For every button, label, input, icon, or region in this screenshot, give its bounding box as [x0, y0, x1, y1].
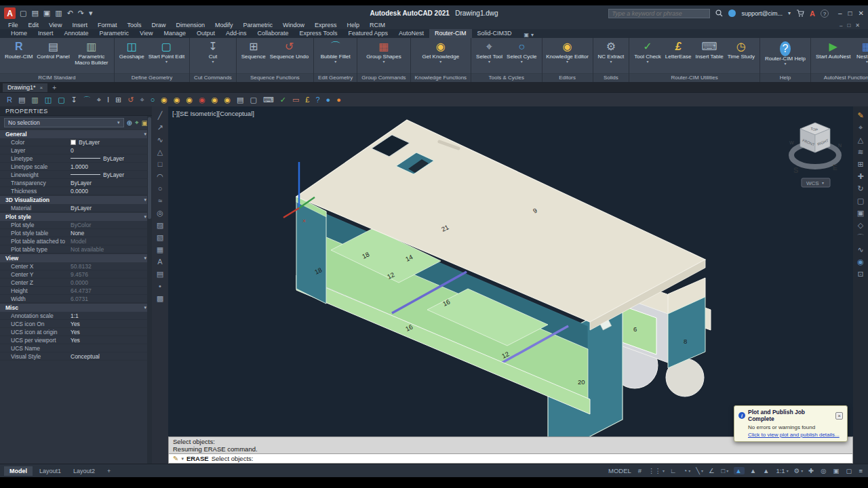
router-cim-help-button[interactable]: ?Router-CIM Help▾ [764, 39, 807, 66]
tab-view[interactable]: View [134, 29, 158, 38]
copy-icon[interactable]: ▢ [857, 197, 864, 205]
object-snap-icon[interactable]: □▾ [721, 468, 728, 474]
property-row[interactable]: TransparencyByLayer [0, 179, 152, 187]
viewcube-east[interactable]: E [833, 164, 837, 171]
letterease-icon[interactable]: I [107, 96, 109, 104]
ribbon-display-icon[interactable]: ▣ [524, 32, 530, 38]
section-header-3d-visualization[interactable]: 3D Visualization▾ [0, 195, 152, 204]
area-icon[interactable]: △ [858, 136, 863, 144]
qat-menu-icon[interactable]: ▾ [89, 9, 93, 18]
knowledge-5-icon[interactable]: ◉ [212, 96, 218, 104]
model-space-button[interactable]: MODEL [608, 468, 633, 474]
new-layout-tab[interactable]: + [102, 466, 116, 476]
parametric-macro-builder-button[interactable]: ▥Parametric Macro Builder [73, 39, 111, 66]
select-tool-icon[interactable]: ⌖ [140, 96, 144, 104]
cut-button[interactable]: ↧Cut▾ [199, 39, 226, 64]
table-tool-icon[interactable]: ▤ [157, 270, 163, 278]
nc-extract-icon[interactable]: ⌨ [263, 96, 274, 104]
menu-item[interactable]: Modify [215, 22, 233, 28]
letter-gold-icon[interactable]: £ [305, 96, 309, 104]
account-name[interactable]: support@cim... [741, 10, 783, 17]
tab-annotate[interactable]: Annotate [59, 29, 94, 38]
property-row[interactable]: UCS icon OnYes [0, 320, 152, 328]
polyline-tool-icon[interactable]: ↗ [157, 124, 163, 131]
redo-icon[interactable]: ↷ [78, 9, 84, 18]
open-file-icon[interactable]: ▤ [31, 9, 38, 18]
knowledge-editor-icon[interactable]: ◉ [224, 96, 231, 104]
blocks-icon[interactable]: ⊞ [857, 161, 863, 168]
region-tool-icon[interactable]: ▩ [157, 295, 163, 302]
property-row[interactable]: Plot table attached toModel [0, 237, 152, 245]
knowledge-2-icon[interactable]: ◉ [174, 96, 180, 104]
pan-icon[interactable]: ◇ [858, 222, 863, 229]
viewcube-south[interactable]: S [793, 166, 798, 174]
eraser-icon[interactable]: ▭ [292, 96, 299, 104]
letterease-button[interactable]: £LetterEase [664, 39, 693, 60]
circle-orange-icon[interactable]: ● [336, 96, 341, 104]
select-cycle-icon[interactable]: ○ [151, 96, 155, 104]
circle-blue-icon[interactable]: ● [326, 96, 331, 104]
menu-item[interactable]: Tools [127, 22, 141, 28]
command-input[interactable]: ✎ ▾ ERASE Select objects: [168, 453, 853, 464]
router-cim-icon[interactable]: R [7, 96, 12, 104]
macro-builder-icon[interactable]: ▥ [31, 96, 38, 104]
drawing-canvas[interactable]: [-][SE Isometric][Conceptual] [168, 106, 853, 464]
undo-icon[interactable]: ↶ [67, 9, 73, 18]
move-icon[interactable]: ✚ [857, 173, 863, 180]
tab-home[interactable]: Home [5, 29, 33, 38]
tab-featured-apps[interactable]: Featured Apps [342, 29, 393, 38]
tab-addins[interactable]: Add-ins [220, 29, 252, 38]
command-pencil-icon[interactable]: ✎ [173, 455, 178, 462]
drill-tool-icon[interactable]: ⌖ [97, 96, 101, 104]
section-header-general[interactable]: General▾ [0, 129, 152, 138]
spline-edit-icon[interactable]: ∿ [857, 246, 863, 253]
panel-doc-icon[interactable]: ▤ [237, 96, 243, 104]
close-tab-icon[interactable]: × [40, 85, 43, 91]
property-row[interactable]: Height64.4737 [0, 287, 152, 295]
bubble-fillet-icon[interactable]: ⌒ [83, 96, 91, 104]
document-tab[interactable]: Drawing1* × [3, 83, 47, 92]
sequence-icon[interactable]: ⊞ [115, 96, 121, 104]
property-row[interactable]: Plot style tableNone [0, 229, 152, 237]
router-cim-button[interactable]: RRouter-CIM [3, 39, 34, 60]
rotate-icon[interactable]: ↻ [857, 185, 863, 192]
viewcube-north[interactable]: N [838, 143, 842, 148]
minimize-button[interactable]: – [838, 9, 842, 17]
layout1-tab[interactable]: Layout1 [34, 466, 66, 476]
brush-tool-icon[interactable]: ✎ [857, 112, 863, 119]
boundary-tool-icon[interactable]: ▦ [157, 246, 163, 253]
rectangle-tool-icon[interactable]: □ [158, 161, 163, 168]
properties-panel-header[interactable]: PROPERTIES [0, 106, 152, 116]
close-button[interactable]: ✕ [859, 9, 864, 17]
plot-icon[interactable]: ▥ [55, 9, 62, 18]
get-knowledge-button[interactable]: ◉Get Knowledge▾ [421, 39, 461, 64]
menu-item[interactable]: Parametric [243, 22, 273, 28]
menu-item[interactable]: Dimension [176, 22, 205, 28]
property-row[interactable]: Thickness0.0000 [0, 187, 152, 195]
tab-autonest[interactable]: AutoNest [393, 29, 429, 38]
polygon-tool-icon[interactable]: △ [157, 148, 163, 156]
property-row[interactable]: Plot table typeNot available [0, 245, 152, 253]
insert-table-button[interactable]: ⌨Insert Table [694, 39, 725, 60]
group-shapes-button[interactable]: ▦Group Shapes▾ [365, 39, 403, 64]
section-header-plot-style[interactable]: Plot style▾ [0, 212, 152, 221]
ribbon-display-caret-icon[interactable]: ▾ [531, 32, 534, 38]
property-row[interactable]: Linetype scale1.0000 [0, 163, 152, 171]
select-tool-button[interactable]: ⌖Select Tool▾ [475, 39, 504, 64]
menu-item[interactable]: Express [315, 22, 337, 28]
menu-item[interactable]: RCIM [370, 22, 385, 28]
property-row[interactable]: UCS per viewportYes [0, 336, 152, 344]
tab-router-cim[interactable]: Router-CIM [429, 29, 472, 38]
model-tab[interactable]: Model [4, 466, 33, 476]
workspace-switch-icon[interactable]: ⚙▾ [794, 468, 804, 474]
polar-tracking-icon[interactable]: ◔▾ [683, 468, 690, 474]
start-autonest-button[interactable]: ▶Start AutoNest [814, 39, 852, 60]
property-row[interactable]: UCS icon at originYes [0, 328, 152, 336]
selection-dropdown[interactable]: No selection ▾ [4, 118, 124, 127]
menu-item[interactable]: Draw [151, 22, 165, 28]
property-row[interactable]: MaterialByLayer [0, 204, 152, 212]
hatch-tool-icon[interactable]: ▨ [157, 222, 163, 229]
tab-insert[interactable]: Insert [33, 29, 59, 38]
isolate-objects-icon[interactable]: ◎ [821, 468, 827, 474]
section-header-view[interactable]: View▾ [0, 253, 152, 262]
